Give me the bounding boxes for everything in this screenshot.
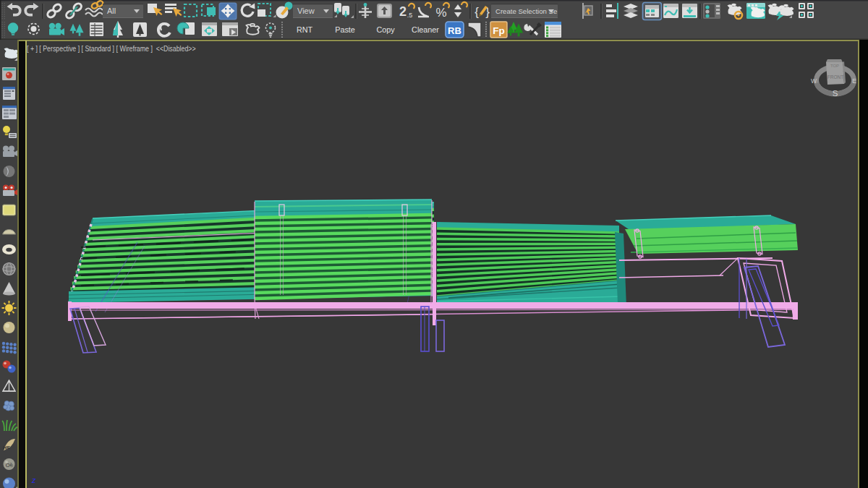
svg-text:All: All — [107, 7, 116, 15]
svg-text:S: S — [833, 89, 838, 98]
svg-text:O²: O² — [6, 462, 12, 468]
svg-text:HF: HF — [3, 445, 10, 451]
svg-text:Create Selection Se: Create Selection Se — [495, 7, 557, 15]
svg-text:Paste: Paste — [335, 25, 355, 34]
svg-text:FRONT: FRONT — [827, 74, 843, 80]
svg-text:2: 2 — [399, 4, 407, 19]
svg-text:E: E — [852, 77, 856, 85]
svg-text:RNT: RNT — [297, 25, 313, 34]
svg-text:Cleaner: Cleaner — [412, 25, 439, 34]
svg-text:Copy: Copy — [376, 25, 395, 34]
svg-text:Fp: Fp — [493, 25, 505, 36]
svg-text:{: { — [475, 5, 479, 19]
svg-text:View: View — [297, 7, 315, 15]
svg-text:.5: .5 — [407, 12, 413, 19]
svg-text:RB: RB — [448, 25, 461, 36]
svg-text:TOP: TOP — [830, 64, 839, 68]
svg-text:W: W — [811, 77, 817, 85]
svg-text:%: % — [435, 6, 446, 20]
